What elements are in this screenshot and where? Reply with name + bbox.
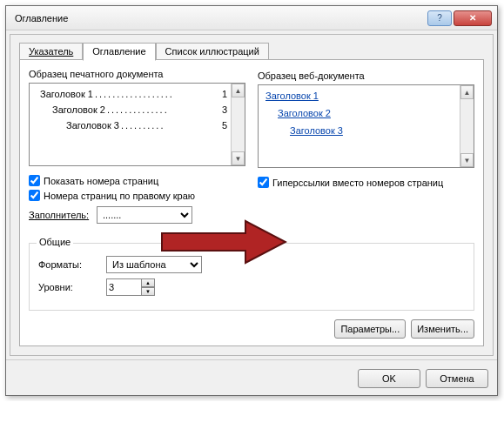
print-row: Заголовок 1 .................. 1 [33,89,227,99]
show-page-numbers-checkbox[interactable] [29,175,40,186]
modify-button[interactable]: Изменить... [411,319,474,339]
inner-buttons: Параметры... Изменить... [29,319,474,339]
formats-label: Форматы: [38,259,101,270]
web-preview-box: Заголовок 1 Заголовок 2 Заголовок 3 ▲ ▼ [258,84,474,168]
levels-input[interactable] [106,278,141,296]
web-preview-col: Образец веб-документа Заголовок 1 Заголо… [258,69,474,229]
scroll-down-icon[interactable]: ▼ [460,153,474,167]
tabstrip: Указатель Оглавление Список иллюстраций [19,42,484,60]
ok-button[interactable]: OK [358,369,420,388]
titlebar: Оглавление ? ✕ [6,6,497,30]
close-icon: ✕ [469,13,476,23]
dialog-body: Указатель Оглавление Список иллюстраций … [10,34,494,356]
levels-label: Уровни: [38,282,101,292]
show-page-numbers-row: Показать номера страниц [29,175,245,186]
tab-leader-select[interactable]: ....... [97,206,192,224]
levels-row: Уровни: ▲ ▼ [38,278,465,296]
cancel-button[interactable]: Отмена [426,369,488,388]
print-preview-label: Образец печатного документа [29,69,245,79]
print-row: Заголовок 3 .......... 5 [33,120,227,131]
scroll-up-icon[interactable]: ▲ [460,85,474,99]
tab-figures[interactable]: Список иллюстраций [156,43,269,61]
print-preview-scrollbar[interactable]: ▲ ▼ [231,84,245,165]
tab-leader-row: Заполнитель: ....... [29,206,245,224]
dialog-footer: OK Отмена [6,359,497,395]
formats-select[interactable]: Из шаблона [106,256,202,273]
formats-row: Форматы: Из шаблона [38,256,465,273]
print-row: Заголовок 2 .............. 3 [33,104,227,115]
web-link[interactable]: Заголовок 1 [262,91,456,101]
web-link[interactable]: Заголовок 2 [262,108,456,118]
previews-row: Образец печатного документа Заголовок 1 … [29,69,474,229]
general-group-label: Общие [37,237,73,247]
levels-up-button[interactable]: ▲ [141,278,155,287]
tab-index[interactable]: Указатель [19,43,83,61]
hyperlinks-checkbox[interactable] [258,177,269,188]
right-align-row: Номера страниц по правому краю [29,190,245,201]
dialog-window: Оглавление ? ✕ Указатель Оглавление Спис… [5,5,498,396]
right-align-checkbox[interactable] [29,190,40,201]
tab-toc[interactable]: Оглавление [83,43,155,61]
general-group: Общие Форматы: Из шаблона Уровни: ▲ ▼ [29,243,474,311]
hyperlinks-row: Гиперссылки вместо номеров страниц [258,177,474,188]
print-preview-col: Образец печатного документа Заголовок 1 … [29,69,245,229]
help-button[interactable]: ? [427,10,452,26]
close-button[interactable]: ✕ [454,10,492,26]
levels-spinner: ▲ ▼ [106,278,155,296]
window-title: Оглавление [11,13,427,23]
levels-down-button[interactable]: ▼ [141,287,155,296]
parameters-button[interactable]: Параметры... [334,319,406,339]
web-preview-scrollbar[interactable]: ▲ ▼ [460,85,474,167]
print-preview-box: Заголовок 1 .................. 1 Заголов… [29,83,245,166]
scroll-down-icon[interactable]: ▼ [232,151,245,165]
scroll-up-icon[interactable]: ▲ [232,84,245,97]
tab-leader-label: Заполнитель: [29,210,91,220]
tab-content: Образец печатного документа Заголовок 1 … [19,59,484,346]
web-preview-label: Образец веб-документа [258,70,474,81]
window-buttons: ? ✕ [427,10,492,26]
web-link[interactable]: Заголовок 3 [262,125,456,136]
